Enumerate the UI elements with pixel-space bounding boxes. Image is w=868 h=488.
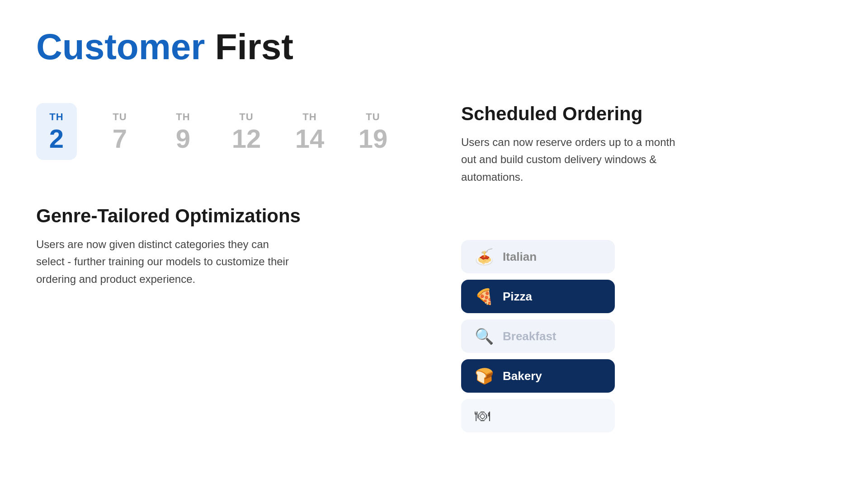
page: Customer First TH2TU7TH9TU12TH14TU19 Gen… [0,0,868,488]
calendar-day-5[interactable]: TU19 [353,111,393,152]
day-label: TH [302,111,316,123]
page-title: Customer First [36,27,832,67]
left-column: TH2TU7TH9TU12TH14TU19 Genre-Tailored Opt… [36,103,434,432]
title-dark: First [205,27,293,67]
day-label: TH [176,111,190,123]
category-label-1: Pizza [503,290,532,304]
header: Customer First [36,27,832,67]
day-number: 7 [113,126,127,152]
category-item-4[interactable]: 🍽 [461,399,615,432]
category-item-bakery[interactable]: 🍞Bakery [461,359,615,393]
calendar-day-4[interactable]: TH14 [289,111,330,152]
category-icon-1: 🍕 [475,289,494,304]
day-number: 14 [295,126,325,152]
day-number: 19 [359,126,388,152]
category-icon-4: 🍽 [475,408,490,423]
day-label: TU [239,111,253,123]
category-list: 🍝Italian🍕Pizza🔍Breakfast🍞Bakery🍽 [461,240,615,432]
calendar-day-1[interactable]: TU7 [99,111,140,152]
day-label: TU [366,111,380,123]
day-label: TU [113,111,127,123]
calendar-row: TH2TU7TH9TU12TH14TU19 [36,103,407,160]
scheduled-description: Users can now reserve orders up to a mon… [461,134,687,186]
day-number: 2 [49,126,64,152]
category-label-0: Italian [503,250,537,264]
day-label: TH [49,111,63,123]
right-column: Scheduled Ordering Users can now reserve… [434,103,832,432]
genre-description: Users are now given distinct categories … [36,236,289,288]
category-icon-0: 🍝 [475,249,494,264]
category-label-2: Breakfast [503,329,557,343]
title-blue: Customer [36,27,205,67]
calendar-day-3[interactable]: TU12 [226,111,267,152]
scheduled-section: Scheduled Ordering Users can now reserve… [461,103,832,186]
category-icon-3: 🍞 [475,368,494,384]
categories-area: 🍝Italian🍕Pizza🔍Breakfast🍞Bakery🍽 [461,222,832,432]
day-number: 12 [232,126,261,152]
categories-container: 🍝Italian🍕Pizza🔍Breakfast🍞Bakery🍽 [461,222,615,432]
calendar-day-0[interactable]: TH2 [36,103,77,160]
genre-title: Genre-Tailored Optimizations [36,205,407,227]
day-number: 9 [176,126,190,152]
category-icon-2: 🔍 [475,328,494,344]
calendar-section: TH2TU7TH9TU12TH14TU19 [36,103,407,160]
scheduled-title: Scheduled Ordering [461,103,832,125]
main-content: TH2TU7TH9TU12TH14TU19 Genre-Tailored Opt… [36,103,832,432]
category-label-3: Bakery [503,369,542,383]
category-item-italian[interactable]: 🍝Italian [461,240,615,273]
category-item-breakfast[interactable]: 🔍Breakfast [461,319,615,353]
calendar-day-2[interactable]: TH9 [163,111,203,152]
category-item-pizza[interactable]: 🍕Pizza [461,280,615,313]
genre-section: Genre-Tailored Optimizations Users are n… [36,205,407,288]
